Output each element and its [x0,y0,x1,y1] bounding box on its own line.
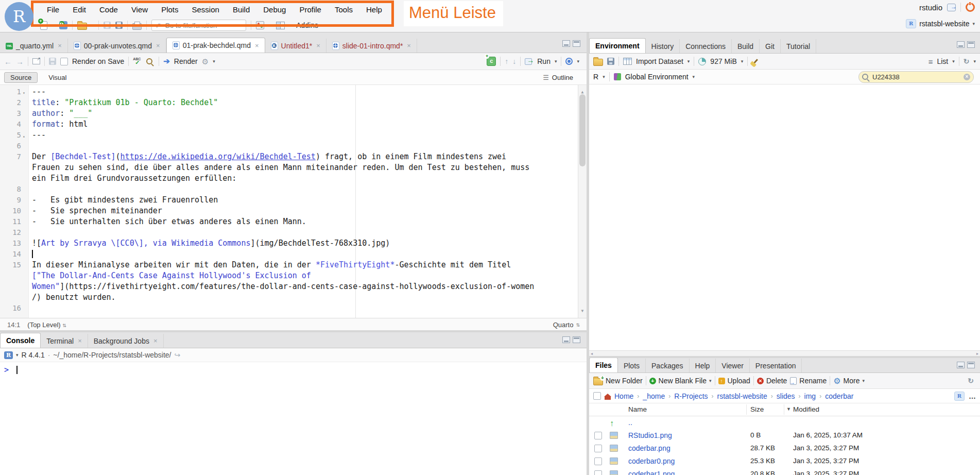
breadcrumb-img[interactable]: img [804,392,816,400]
refresh-icon[interactable]: ↻ [964,57,970,65]
scroll-down-icon[interactable]: ▼ [578,306,587,316]
open-file-icon[interactable] [77,23,87,30]
files-tab-packages[interactable]: Packages [646,359,689,372]
list-view-button[interactable]: List [937,57,948,65]
spellcheck-icon[interactable] [133,57,142,65]
console-tab-console[interactable]: Console [0,333,41,348]
column-modified[interactable]: Modified [793,405,819,413]
file-checkbox[interactable] [594,445,602,452]
find-replace-icon[interactable] [146,58,152,64]
project-selector[interactable]: rstatsbl-website ▾ [906,19,975,28]
sign-out-icon[interactable] [947,4,956,11]
memory-caret-icon[interactable]: ▾ [741,59,744,64]
close-tab-icon[interactable]: × [156,42,160,49]
file-name-link[interactable]: .. [628,418,632,427]
fold-marker-icon[interactable]: ▴ [23,131,25,142]
console-output[interactable]: > [0,362,587,378]
file-checkbox[interactable] [594,432,602,439]
breadcrumb-home[interactable]: Home [614,392,633,400]
scroll-left-icon[interactable]: ◂ [591,351,593,356]
load-workspace-icon[interactable] [593,59,603,66]
files-tab-files[interactable]: Files [589,358,618,372]
goto-file-search[interactable]: ↗ [151,20,246,31]
breadcrumb-coderbar[interactable]: coderbar [825,392,853,400]
environment-search-input[interactable] [871,73,951,81]
new-folder-button[interactable]: New Folder [593,377,643,385]
menu-item-plots[interactable]: Plots [154,5,185,14]
forward-icon[interactable]: → [16,57,24,66]
more-path-button[interactable]: … [969,392,976,400]
goto-file-input[interactable] [164,21,233,30]
print-icon[interactable] [132,23,142,30]
close-tab-icon[interactable]: × [255,42,259,49]
environment-tab-tutorial[interactable]: Tutorial [781,39,816,53]
files-tab-help[interactable]: Help [690,359,716,372]
close-tab-icon[interactable]: × [407,42,411,49]
column-name[interactable]: Name [628,405,647,413]
open-file-caret-icon[interactable]: ▾ [92,23,94,28]
render-button[interactable]: Render [174,57,198,65]
render-on-save-checkbox[interactable] [60,58,68,65]
editor-scrollbar[interactable]: ▲ ▼ [578,85,587,318]
scroll-right-icon[interactable]: ▸ [976,351,978,356]
menu-item-profile[interactable]: Profile [293,5,328,14]
outline-button[interactable]: ☰ Outline [543,74,573,81]
environment-search[interactable] [858,71,974,83]
close-tab-icon[interactable]: × [153,337,158,345]
code-editor[interactable]: 1▾---2title: "Praktikum 01b - Quarto: Be… [0,85,587,318]
list-view-caret-icon[interactable]: ▾ [952,59,955,64]
upload-button[interactable]: Upload [718,377,750,385]
environment-scope-caret-icon[interactable]: ▾ [693,74,695,79]
save-all-icon[interactable] [115,22,123,29]
render-settings-caret-icon[interactable]: ▾ [213,59,215,64]
workspace-panes-icon[interactable] [276,22,285,29]
menu-item-debug[interactable]: Debug [256,5,293,14]
files-tab-viewer[interactable]: Viewer [716,359,750,372]
files-tab-plots[interactable]: Plots [618,359,646,372]
addins-menu[interactable]: Addins [296,21,318,29]
menu-item-edit[interactable]: Edit [66,5,93,14]
run-caret-icon[interactable]: ▾ [555,59,557,64]
files-tab-presentation[interactable]: Presentation [750,359,802,372]
environment-tab-build[interactable]: Build [732,39,760,53]
language-selector[interactable]: R [593,73,598,81]
scrollbar-thumb[interactable] [579,94,586,166]
close-tab-icon[interactable]: × [316,42,320,49]
select-all-checkbox[interactable] [593,392,601,400]
new-file-caret-icon[interactable]: ▾ [52,23,55,28]
version-control-icon[interactable] [256,21,264,29]
menu-item-session[interactable]: Session [185,5,226,14]
import-dataset-button[interactable]: Import Dataset [636,57,683,65]
open-in-window-icon[interactable] [32,58,40,64]
delete-button[interactable]: Delete [757,377,787,385]
minimize-pane-icon[interactable] [957,41,965,48]
menu-item-code[interactable]: Code [93,5,125,14]
back-icon[interactable]: ← [4,57,12,66]
editor-tab-slide-01-intro-qmd[interactable]: slide-01-intro.qmd*× [326,39,417,53]
editor-tab-untitled1[interactable]: Untitled1*× [265,39,326,53]
new-project-icon[interactable] [59,21,67,29]
home-icon[interactable] [605,397,611,400]
menu-item-build[interactable]: Build [226,5,256,14]
close-tab-icon[interactable]: × [58,42,62,49]
file-name-link[interactable]: coderbar0.png [628,457,675,465]
visual-mode-button[interactable]: Visual [43,73,72,82]
maximize-pane-icon[interactable] [967,362,975,368]
import-dataset-caret-icon[interactable]: ▾ [687,59,690,64]
clear-objects-broom-icon[interactable] [753,59,758,63]
save-workspace-icon[interactable] [607,58,614,65]
environment-tab-history[interactable]: History [646,39,680,53]
refresh-caret-icon[interactable]: ▾ [973,59,976,64]
editor-tab-00-prak-unvotes-qmd[interactable]: 00-prak-unvotes.qmd× [68,39,166,53]
column-size[interactable]: Size [750,405,764,413]
breadcrumb-slides[interactable]: slides [777,392,795,400]
menu-item-help[interactable]: Help [359,5,389,14]
minimize-pane-icon[interactable] [562,336,570,343]
run-next-icon[interactable]: ↓ [512,57,516,65]
file-name-link[interactable]: coderbar1.png [628,470,675,475]
file-name-link[interactable]: coderbar.png [628,444,670,452]
insert-chunk-icon[interactable] [487,57,496,66]
minimize-pane-icon[interactable] [562,40,570,47]
clear-search-icon[interactable] [964,74,970,80]
addins-caret-icon[interactable]: ▾ [323,23,325,28]
